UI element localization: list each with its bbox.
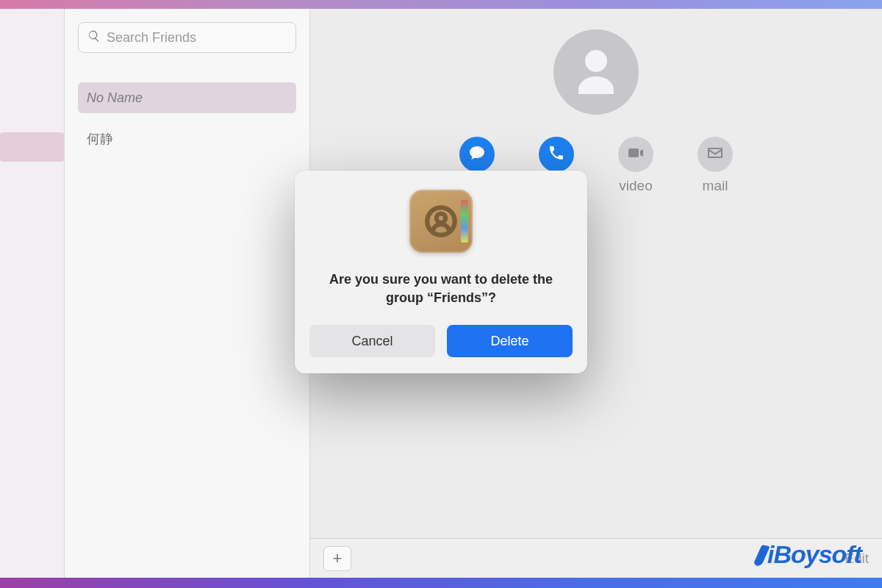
delete-button[interactable]: Delete	[447, 325, 573, 357]
window-bottom-edge	[0, 578, 882, 588]
cancel-button[interactable]: Cancel	[309, 325, 435, 357]
watermark-logo: iBoysoft	[757, 540, 861, 569]
svg-point-1	[437, 213, 446, 223]
contacts-app-icon	[409, 190, 473, 253]
dialog-title: Are you sure you want to delete the grou…	[309, 270, 573, 325]
modal-overlay: Are you sure you want to delete the grou…	[0, 0, 882, 588]
delete-confirmation-dialog: Are you sure you want to delete the grou…	[295, 171, 587, 373]
